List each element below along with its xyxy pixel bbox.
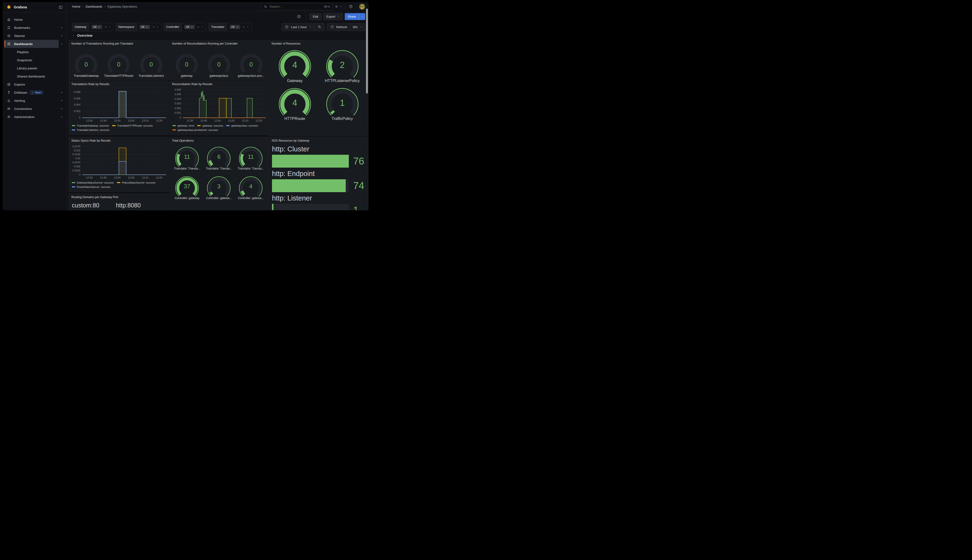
- legend-item[interactable]: TranslateGateway: success: [72, 124, 109, 127]
- legend-item[interactable]: gateway: error: [172, 124, 194, 127]
- remove-value-icon[interactable]: [98, 26, 100, 28]
- panel-title[interactable]: Status Syncs Rate by Results: [69, 137, 169, 143]
- chart-status-syncs-rate[interactable]: 0.01750.0150.01250.010.00750.0050.002501…: [69, 143, 169, 180]
- bar-track: [272, 179, 349, 192]
- gauge: 4HTTPRoute: [274, 85, 316, 121]
- scrollbar-thumb[interactable]: [366, 8, 368, 93]
- brand-name: Grafana: [14, 5, 58, 9]
- active-accent-bar: [5, 40, 5, 47]
- clear-filter-icon[interactable]: [197, 26, 200, 28]
- refresh-interval-button[interactable]: 30s: [350, 23, 365, 31]
- filters-bar: GatewayAllNamespaceAllControllerAllTrans…: [66, 22, 369, 32]
- filter-chip[interactable]: All: [139, 25, 150, 29]
- star-dashboard-button[interactable]: [295, 13, 303, 20]
- share-options-button[interactable]: [359, 13, 365, 20]
- edit-button[interactable]: Edit: [310, 13, 321, 20]
- svg-text:13:00: 13:00: [128, 176, 135, 179]
- clear-filter-icon[interactable]: [242, 26, 245, 28]
- add-new-button[interactable]: [332, 4, 344, 10]
- breadcrumb-link[interactable]: Dashboards: [86, 5, 102, 8]
- refresh-button[interactable]: Refresh: [327, 23, 350, 31]
- gauge: 4Gateway: [274, 47, 316, 83]
- panel-translations-running: Number of Translations Running per Trans…: [69, 40, 169, 80]
- sidebar-item-playlists[interactable]: Playlists: [5, 48, 64, 56]
- remove-value-icon[interactable]: [236, 26, 239, 28]
- sidebar-item-alerting[interactable]: Alerting: [5, 97, 64, 105]
- legend-item[interactable]: TranslateHTTPRoute: success: [112, 124, 153, 127]
- panel-title[interactable]: Total Operations: [170, 137, 268, 143]
- panel-title[interactable]: Reconciliation Rate by Results: [170, 81, 268, 87]
- sidebar-item-administration[interactable]: Administration: [5, 113, 64, 121]
- panel-title[interactable]: Translations Rate by Results: [69, 81, 169, 87]
- sidebar-item-bookmarks[interactable]: Bookmarks: [5, 23, 64, 32]
- svg-text:0.005: 0.005: [74, 165, 80, 168]
- gauge-label: Gateway: [287, 78, 302, 83]
- section-title: Overview: [77, 33, 93, 37]
- remove-value-icon[interactable]: [146, 26, 149, 28]
- chart-translations-rate[interactable]: 0.0080.0060.0040.002012:3012:4012:5013:0…: [69, 87, 169, 123]
- search-input[interactable]: ⌘+k: [261, 3, 332, 10]
- share-button[interactable]: Share: [345, 13, 359, 20]
- sidebar-item-snapshots[interactable]: Snapshots: [5, 56, 64, 64]
- search-field[interactable]: [269, 5, 322, 8]
- drilldown-icon: [7, 91, 11, 94]
- sidebar-item-explore[interactable]: Explore: [5, 80, 64, 88]
- sidebar-item-dashboards[interactable]: Dashboards: [5, 40, 64, 48]
- gauge: 0gatewayclass: [204, 52, 234, 77]
- legend-item[interactable]: PolicyStatusSyncer: success: [117, 181, 155, 184]
- filter-controller: ControllerAll: [164, 23, 206, 31]
- filter-label[interactable]: Translator: [209, 23, 227, 31]
- refresh-icon: [330, 25, 334, 29]
- zoom-out-button[interactable]: [314, 23, 325, 31]
- filter-chip[interactable]: All: [91, 25, 102, 29]
- chart-reconciliation-rate[interactable]: 0.0060.0050.0040.0030.0020.001012:3012:4…: [170, 87, 268, 123]
- gauge-value: 1: [321, 99, 364, 107]
- chevron-up-icon: [60, 42, 63, 46]
- panel-title[interactable]: Number of Resources: [269, 40, 368, 46]
- clear-filter-icon[interactable]: [104, 26, 107, 28]
- filter-label[interactable]: Gateway: [72, 23, 89, 31]
- svg-text:0.001: 0.001: [174, 111, 181, 114]
- panel-xds-resources: XDS Resources by Gatewayhttp: Cluster76h…: [269, 137, 368, 210]
- svg-text:0: 0: [180, 116, 181, 119]
- sidebar-item-starred[interactable]: Starred: [5, 32, 64, 40]
- legend-item[interactable]: TranslateListeners: success: [72, 128, 109, 132]
- clear-filter-icon[interactable]: [152, 26, 155, 28]
- gauge-value: 0: [236, 62, 267, 67]
- gauge: 0gateway: [172, 52, 202, 77]
- legend-item[interactable]: GatewayStatusSyncer: success: [72, 181, 114, 184]
- sidebar-item-drilldown[interactable]: DrilldownNew!: [5, 88, 64, 97]
- legend-item[interactable]: gatewayclass: success: [226, 124, 258, 127]
- filter-chip[interactable]: All: [229, 25, 240, 29]
- bar-row: 76: [272, 155, 365, 168]
- sidebar-item-connections[interactable]: Connections: [5, 105, 64, 113]
- avatar[interactable]: [359, 3, 365, 10]
- svg-text:13:10: 13:10: [242, 119, 249, 122]
- svg-text:0: 0: [79, 173, 80, 176]
- legend-item[interactable]: gateway: success: [197, 124, 223, 127]
- sidebar-item-shared-dashboards[interactable]: Shared dashboards: [5, 72, 64, 80]
- bar-value: 1: [353, 205, 359, 210]
- panel-title[interactable]: Number of Translations Running per Trans…: [69, 40, 169, 46]
- gauge: 0TranslateHTTPRoute: [103, 52, 134, 77]
- gauge-label: gatewayclass-pro...: [238, 74, 265, 77]
- legend-item[interactable]: gatewayclass-provisioner: success: [172, 128, 218, 132]
- filter-label[interactable]: Namespace: [116, 23, 137, 31]
- panel-title[interactable]: XDS Resources by Gateway: [269, 137, 368, 143]
- help-button[interactable]: [347, 3, 354, 10]
- panel-title[interactable]: Number of Reconciliations Running per Co…: [170, 40, 268, 46]
- export-button[interactable]: Export: [323, 13, 343, 20]
- section-overview-toggle[interactable]: Overview: [72, 33, 93, 37]
- svg-text:0.0175: 0.0175: [72, 145, 80, 148]
- filter-label[interactable]: Controller: [164, 23, 182, 31]
- filter-chip[interactable]: All: [184, 25, 195, 29]
- star-icon: [7, 34, 11, 38]
- sidebar-item-library-panels[interactable]: Library panels: [5, 64, 64, 72]
- dock-sidebar-icon[interactable]: [58, 5, 63, 9]
- time-range-button[interactable]: Last 1 hour: [282, 23, 314, 31]
- legend-item[interactable]: RouteStatusSyncer: success: [72, 185, 110, 188]
- breadcrumb-link[interactable]: Home: [72, 5, 80, 8]
- remove-value-icon[interactable]: [190, 26, 193, 28]
- sidebar-item-home[interactable]: Home: [5, 15, 64, 23]
- panel-title[interactable]: Routing Domains per Gateway Port: [69, 194, 169, 200]
